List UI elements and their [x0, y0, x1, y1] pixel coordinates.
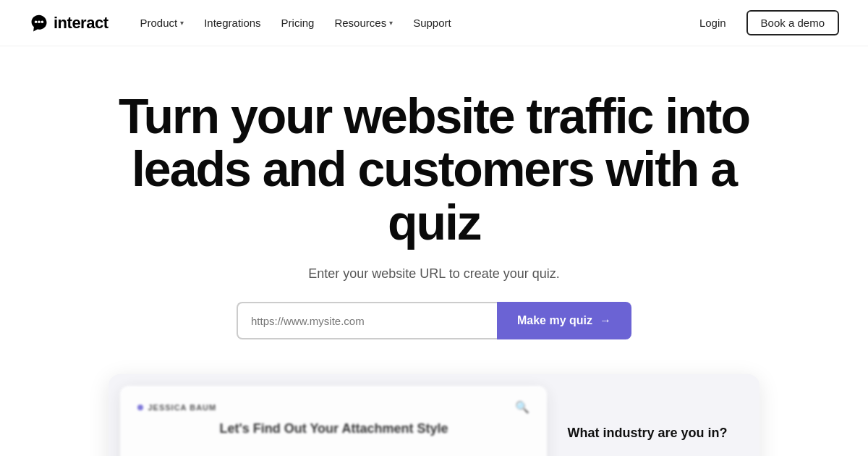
quiz-card-header: JESSICA BAUM 🔍 [137, 400, 529, 414]
logo-icon [29, 13, 49, 33]
nav-links: Product ▾ Integrations Pricing Resources… [131, 12, 459, 33]
nav-pricing[interactable]: Pricing [273, 12, 323, 33]
main-nav: interact Product ▾ Integrations Pricing … [0, 0, 868, 46]
logo-text: interact [54, 14, 108, 33]
arrow-right-icon: → [600, 314, 611, 327]
hero-subtitle: Enter your website URL to create your qu… [308, 266, 560, 282]
brand-dot-icon [137, 405, 143, 410]
hero-title: Turn your website traffic into leads and… [109, 90, 760, 249]
quiz-card-brand: JESSICA BAUM [137, 403, 216, 412]
logo[interactable]: interact [29, 13, 108, 33]
make-quiz-button[interactable]: Make my quiz → [497, 302, 631, 339]
quiz-preview-card: JESSICA BAUM 🔍 Let's Find Out Your Attac… [120, 386, 547, 456]
resources-chevron-icon: ▾ [389, 19, 393, 27]
svg-point-1 [38, 20, 41, 23]
login-button[interactable]: Login [691, 12, 735, 33]
nav-support[interactable]: Support [404, 12, 460, 33]
nav-integrations[interactable]: Integrations [195, 12, 269, 33]
side-panel: What industry are you in? [547, 386, 747, 456]
hero-form: Make my quiz → [237, 302, 631, 339]
svg-point-2 [41, 20, 44, 23]
nav-right: Login Book a demo [691, 10, 839, 35]
nav-resources[interactable]: Resources ▾ [326, 12, 401, 33]
side-panel-text: What industry are you in? [567, 426, 727, 441]
nav-product[interactable]: Product ▾ [131, 12, 192, 33]
product-chevron-icon: ▾ [180, 19, 184, 27]
preview-area: JESSICA BAUM 🔍 Let's Find Out Your Attac… [109, 374, 759, 456]
url-input[interactable] [237, 302, 497, 339]
svg-point-0 [35, 20, 38, 23]
nav-left: interact Product ▾ Integrations Pricing … [29, 12, 460, 33]
book-demo-button[interactable]: Book a demo [746, 10, 839, 35]
hero-section: Turn your website traffic into leads and… [0, 46, 868, 456]
search-icon: 🔍 [515, 400, 529, 414]
quiz-card-title: Let's Find Out Your Attachment Style [137, 421, 529, 436]
